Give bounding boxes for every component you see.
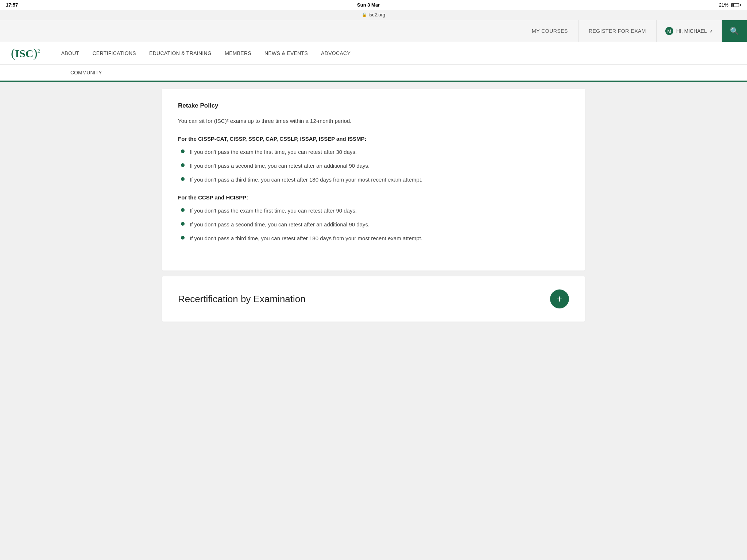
status-day: Sun 3 Mar <box>357 2 380 8</box>
bullet-dot-icon <box>181 222 185 226</box>
search-icon: 🔍 <box>730 27 739 35</box>
site-logo[interactable]: (ISC)2 <box>11 47 40 59</box>
nav-about[interactable]: ABOUT <box>55 46 86 61</box>
url-text: isc2.org <box>369 12 386 18</box>
nav-members[interactable]: MEMBERS <box>218 46 258 61</box>
user-menu-button[interactable]: M HI, MICHAEL ∧ <box>657 20 722 42</box>
recertification-section: Recertification by Examination + <box>162 276 585 322</box>
content-wrapper: Retake Policy You can sit for (ISC)² exa… <box>155 89 592 322</box>
logo-isc: ISC <box>15 47 33 59</box>
list-item: If you don't pass a third time, you can … <box>181 234 569 243</box>
list-item: If you don't pass a third time, you can … <box>181 175 569 184</box>
bullet-dot-icon <box>181 163 185 167</box>
status-time: 17:57 <box>6 2 18 8</box>
nav-community[interactable]: COMMUNITY <box>64 65 108 81</box>
logo-open-paren: ( <box>11 46 15 60</box>
battery-icon <box>731 3 741 7</box>
nav-advocacy[interactable]: ADVOCACY <box>314 46 357 61</box>
expand-fab-button[interactable]: + <box>550 289 569 308</box>
status-bar: 17:57 Sun 3 Mar 21% <box>0 0 747 10</box>
group2-title: For the CCSP and HCISPP: <box>178 194 569 201</box>
bullet-dot-icon <box>181 208 185 212</box>
plus-icon: + <box>557 293 562 305</box>
bullet-dot-icon <box>181 149 185 153</box>
main-header: (ISC)2 ABOUT CERTIFICATIONS EDUCATION & … <box>0 42 747 65</box>
list-item: If you don't pass the exam the first tim… <box>181 206 569 215</box>
second-nav: COMMUNITY <box>0 65 747 82</box>
main-nav: ABOUT CERTIFICATIONS EDUCATION & TRAININ… <box>55 46 357 61</box>
nav-certifications[interactable]: CERTIFICATIONS <box>86 46 143 61</box>
register-exam-button[interactable]: REGISTER FOR EXAM <box>578 20 657 42</box>
logo-sup: 2 <box>38 48 40 54</box>
battery-percent: 21% <box>719 2 728 8</box>
recertification-title: Recertification by Examination <box>178 293 306 305</box>
search-button[interactable]: 🔍 <box>722 20 747 42</box>
retake-policy-title: Retake Policy <box>178 102 569 109</box>
group2-list: If you don't pass the exam the first tim… <box>178 206 569 243</box>
status-right: 21% <box>719 2 741 8</box>
logo-close-paren: ) <box>33 46 37 60</box>
user-avatar-icon: M <box>665 27 673 35</box>
my-courses-button[interactable]: MY COURSES <box>522 20 578 42</box>
top-nav: MY COURSES REGISTER FOR EXAM M HI, MICHA… <box>0 20 747 42</box>
chevron-down-icon: ∧ <box>710 29 713 34</box>
group1-title: For the CISSP-CAT, CISSP, SSCP, CAP, CSS… <box>178 136 569 142</box>
lock-icon: 🔒 <box>362 12 367 17</box>
nav-news-events[interactable]: NEWS & EVENTS <box>258 46 314 61</box>
bullet-dot-icon <box>181 236 185 240</box>
nav-education-training[interactable]: EDUCATION & TRAINING <box>143 46 218 61</box>
retake-policy-card: Retake Policy You can sit for (ISC)² exa… <box>162 89 585 271</box>
bullet-dot-icon <box>181 177 185 181</box>
group1-list: If you don't pass the exam the first tim… <box>178 148 569 184</box>
list-item: If you don't pass a second time, you can… <box>181 162 569 170</box>
retake-intro-text: You can sit for (ISC)² exams up to three… <box>178 117 569 125</box>
list-item: If you don't pass the exam the first tim… <box>181 148 569 156</box>
user-greeting: HI, MICHAEL <box>676 28 707 34</box>
url-bar[interactable]: 🔒 isc2.org <box>0 10 747 20</box>
list-item: If you don't pass a second time, you can… <box>181 220 569 229</box>
